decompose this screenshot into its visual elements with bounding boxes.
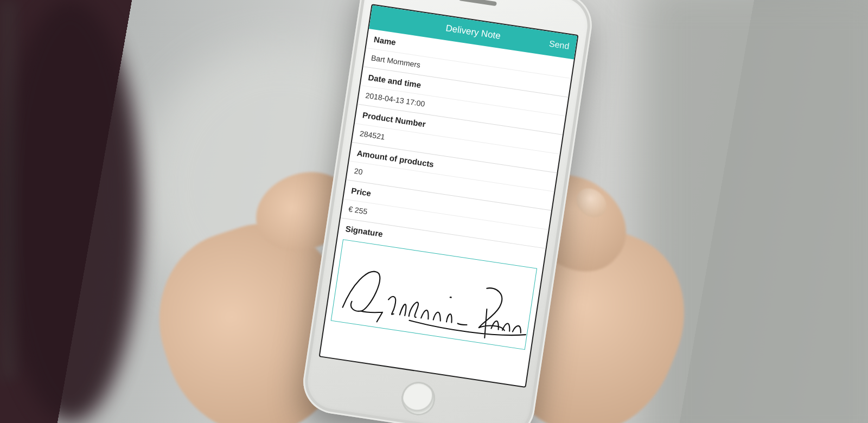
bg-door-edge: [0, 0, 16, 380]
phone-home-button[interactable]: [399, 380, 437, 418]
bg-shoulder: [0, 0, 141, 423]
delivery-form: Name Bart Mommers Date and time 2018-04-…: [326, 29, 574, 350]
bg-doorframe: [640, 0, 868, 423]
scene-photo-background: Delivery Note Send Name Bart Mommers Dat…: [0, 0, 868, 423]
signature-drawing: [332, 253, 535, 346]
phone-earpiece: [459, 0, 497, 6]
app-screen: Delivery Note Send Name Bart Mommers Dat…: [319, 4, 579, 388]
send-button[interactable]: Send: [547, 32, 571, 59]
navbar-title: Delivery Note: [445, 23, 501, 42]
